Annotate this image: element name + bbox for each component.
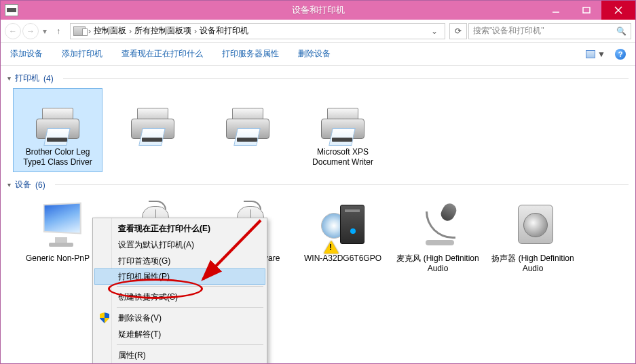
menu-printer-properties[interactable]: 打印机属性(P) — [94, 268, 265, 285]
print-server-properties-button[interactable]: 打印服务器属性 — [222, 48, 279, 60]
shield-icon — [100, 312, 109, 323]
breadcrumb-item[interactable]: 所有控制面板项 — [134, 25, 191, 37]
printer-item[interactable] — [108, 88, 198, 172]
history-dropdown[interactable]: ▾ — [40, 26, 50, 36]
device-item[interactable]: WIN-A32DG6T6GPO — [298, 195, 388, 279]
printer-item[interactable] — [203, 88, 293, 172]
group-label: 打印机 — [15, 73, 39, 84]
context-menu: 查看现在正在打印什么(E) 设置为默认打印机(A) 打印首选项(G) 打印机属性… — [92, 218, 267, 363]
item-label: 扬声器 (High Definition Audio — [491, 254, 574, 274]
content-area: ▾ 打印机 (4) Brother Color Leg Type1 Class … — [1, 66, 635, 363]
menu-set-default-printer[interactable]: 设置为默认打印机(A) — [95, 237, 265, 253]
chevron-right-icon: › — [88, 26, 91, 36]
computer-icon — [313, 199, 373, 252]
menu-see-printing[interactable]: 查看现在正在打印什么(E) — [95, 220, 265, 237]
microphone-icon — [408, 199, 468, 252]
printer-icon — [123, 93, 183, 146]
group-label: 设备 — [15, 179, 31, 190]
refresh-button[interactable]: ⟳ — [449, 23, 467, 39]
printer-icon — [313, 93, 373, 146]
remove-device-button[interactable]: 删除设备 — [298, 48, 331, 60]
menu-create-shortcut[interactable]: 创建快捷方式(S) — [95, 289, 265, 305]
printer-icon — [218, 93, 278, 146]
menu-separator — [117, 286, 263, 287]
up-button[interactable]: ↑ — [51, 24, 66, 39]
forward-button[interactable]: → — [22, 23, 39, 39]
item-label: 麦克风 (High Definition Audio — [396, 254, 479, 274]
menu-printing-preferences[interactable]: 打印首选项(G) — [95, 253, 265, 269]
printer-icon — [28, 93, 88, 146]
back-button[interactable]: ← — [5, 23, 21, 39]
menu-troubleshoot[interactable]: 疑难解答(T) — [95, 326, 265, 342]
address-bar: ← → ▾ ↑ › 控制面板 › 所有控制面板项 › 设备和打印机 ⌄ ⟳ 搜索… — [1, 20, 635, 43]
menu-separator — [117, 307, 263, 308]
divider — [55, 184, 629, 185]
item-label: WIN-A32DG6T6GPO — [304, 254, 381, 264]
command-bar: 添加设备 添加打印机 查看现在正在打印什么 打印服务器属性 删除设备 ▼ ? — [1, 43, 635, 66]
printer-item[interactable]: Brother Color Leg Type1 Class Driver — [13, 88, 102, 172]
printers-list: Brother Color Leg Type1 Class Driver Mic… — [7, 88, 629, 172]
breadcrumb-item[interactable]: 设备和打印机 — [200, 25, 248, 37]
device-item[interactable]: Generic Non-PnP — [13, 195, 102, 279]
search-placeholder: 搜索"设备和打印机" — [473, 25, 544, 37]
chevron-right-icon: › — [194, 26, 197, 36]
menu-properties[interactable]: 属性(R) — [95, 347, 265, 363]
group-header-devices[interactable]: ▾ 设备 (6) — [7, 179, 629, 190]
group-header-printers[interactable]: ▾ 打印机 (4) — [7, 73, 629, 84]
chevron-right-icon: › — [129, 26, 132, 36]
breadcrumb-item[interactable]: 控制面板 — [94, 25, 126, 37]
breadcrumb-dropdown[interactable]: ⌄ — [427, 26, 442, 36]
item-label: Brother Color Leg Type1 Class Driver — [16, 147, 99, 167]
item-label: Microsoft XPS Document Writer — [301, 147, 384, 167]
device-item[interactable]: 扬声器 (High Definition Audio — [488, 195, 578, 279]
window-frame: 设备和打印机 ← → ▾ ↑ › 控制面板 › 所有控制面板项 › 设备和打印机… — [0, 0, 636, 364]
menu-remove-device[interactable]: 删除设备(V) — [95, 310, 265, 326]
add-device-button[interactable]: 添加设备 — [10, 48, 43, 60]
search-input[interactable]: 搜索"设备和打印机" 🔍 — [468, 23, 631, 39]
help-button[interactable]: ? — [615, 49, 626, 60]
printer-item[interactable]: Microsoft XPS Document Writer — [298, 88, 388, 172]
search-icon[interactable]: 🔍 — [616, 26, 626, 36]
chevron-down-icon: ▾ — [7, 75, 11, 82]
breadcrumb[interactable]: › 控制面板 › 所有控制面板项 › 设备和打印机 ⌄ — [70, 23, 445, 39]
monitor-icon — [28, 199, 88, 252]
group-count: (4) — [43, 74, 54, 83]
divider — [63, 78, 629, 79]
see-whats-printing-button[interactable]: 查看现在正在打印什么 — [121, 48, 203, 60]
device-item[interactable]: 麦克风 (High Definition Audio — [393, 195, 483, 279]
chevron-down-icon: ▾ — [7, 181, 11, 188]
menu-separator — [117, 344, 263, 345]
window-title: 设备和打印机 — [1, 4, 635, 16]
add-printer-button[interactable]: 添加打印机 — [62, 48, 102, 60]
devices-icon — [73, 26, 86, 36]
titlebar[interactable]: 设备和打印机 — [1, 1, 635, 20]
group-count: (6) — [35, 180, 45, 190]
item-label: Generic Non-PnP — [26, 254, 90, 264]
speaker-icon — [503, 199, 563, 252]
view-options-button[interactable]: ▼ — [586, 49, 605, 59]
